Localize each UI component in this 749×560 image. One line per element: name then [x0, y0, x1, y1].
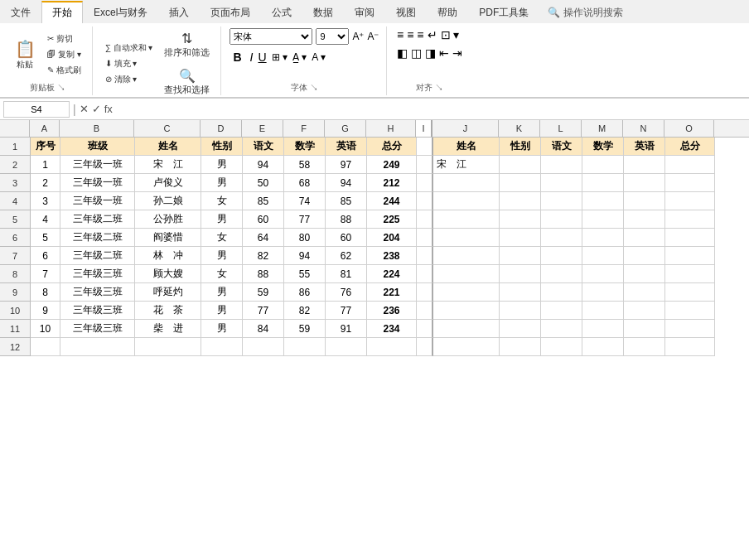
underline-button[interactable]: U	[258, 51, 266, 64]
cell-m2[interactable]	[582, 156, 624, 174]
cell-b6[interactable]: 三年级二班	[60, 229, 135, 247]
cell-c5[interactable]: 公孙胜	[135, 210, 201, 229]
cell-n8[interactable]	[624, 265, 665, 283]
cell-k5[interactable]	[500, 210, 541, 229]
cell-o10[interactable]	[665, 302, 715, 320]
cell-h5[interactable]: 225	[367, 210, 417, 229]
cell-f4[interactable]: 74	[284, 192, 326, 210]
align-left-icon[interactable]: ◧	[397, 46, 408, 60]
cell-n10[interactable]	[624, 302, 665, 320]
tab-page-layout[interactable]: 页面布局	[200, 2, 261, 23]
fill-button[interactable]: ⬇ 填充 ▾	[101, 56, 157, 71]
cell-d12[interactable]	[201, 338, 243, 356]
cell-c2[interactable]: 宋 江	[135, 156, 201, 174]
name-box[interactable]	[3, 101, 70, 118]
cell-a10[interactable]: 9	[31, 302, 60, 320]
cell-m10[interactable]	[582, 302, 624, 320]
cell-l4[interactable]	[541, 192, 582, 210]
font-select[interactable]: 宋体	[230, 28, 312, 45]
cell-j8[interactable]	[433, 265, 500, 283]
cell-l8[interactable]	[541, 265, 582, 283]
cell-l3[interactable]	[541, 174, 582, 192]
cell-e11[interactable]: 84	[243, 320, 284, 338]
cell-b1[interactable]: 班级	[60, 138, 135, 156]
tab-pdf[interactable]: PDF工具集	[468, 2, 539, 23]
cell-o6[interactable]	[665, 229, 715, 247]
cell-f6[interactable]: 80	[284, 229, 326, 247]
cell-a3[interactable]: 2	[31, 174, 60, 192]
cell-g10[interactable]: 77	[326, 302, 367, 320]
cell-e2[interactable]: 94	[243, 156, 284, 174]
cell-g12[interactable]	[326, 338, 367, 356]
cell-i7[interactable]	[417, 247, 433, 265]
cell-i3[interactable]	[417, 174, 433, 192]
cell-m9[interactable]	[582, 283, 624, 302]
cell-j9[interactable]	[433, 283, 500, 302]
cell-m8[interactable]	[582, 265, 624, 283]
tab-excel-finance[interactable]: Excel与财务	[83, 2, 158, 23]
cell-n1[interactable]: 英语	[624, 138, 665, 156]
cell-e10[interactable]: 77	[243, 302, 284, 320]
cell-o2[interactable]	[665, 156, 715, 174]
cell-h12[interactable]	[367, 338, 417, 356]
row-header-1[interactable]: 1	[0, 138, 30, 156]
col-header-e[interactable]: E	[242, 120, 283, 137]
cell-a9[interactable]: 8	[31, 283, 60, 302]
cell-i6[interactable]	[417, 229, 433, 247]
cell-h11[interactable]: 234	[367, 320, 417, 338]
cell-g4[interactable]: 85	[326, 192, 367, 210]
col-header-f[interactable]: F	[283, 120, 325, 137]
cell-f10[interactable]: 82	[284, 302, 326, 320]
cell-d8[interactable]: 女	[201, 265, 243, 283]
cell-c12[interactable]	[135, 338, 201, 356]
italic-button[interactable]: I	[250, 51, 254, 64]
cell-o8[interactable]	[665, 265, 715, 283]
cell-b10[interactable]: 三年级三班	[60, 302, 135, 320]
col-header-a[interactable]: A	[30, 120, 60, 137]
cell-h6[interactable]: 204	[367, 229, 417, 247]
cell-e12[interactable]	[243, 338, 284, 356]
cell-e6[interactable]: 64	[243, 229, 284, 247]
indent-increase-icon[interactable]: ⇥	[452, 46, 462, 60]
col-header-i[interactable]: I	[416, 120, 432, 137]
font-grow-icon[interactable]: A⁺	[352, 31, 364, 42]
cell-h4[interactable]: 244	[367, 192, 417, 210]
formula-insert-icon[interactable]: fx	[104, 103, 113, 115]
cell-m1[interactable]: 数学	[582, 138, 624, 156]
cell-n6[interactable]	[624, 229, 665, 247]
cell-j12[interactable]	[433, 338, 500, 356]
cell-e7[interactable]: 82	[243, 247, 284, 265]
cell-f7[interactable]: 94	[284, 247, 326, 265]
cell-j11[interactable]	[433, 320, 500, 338]
cell-e8[interactable]: 88	[243, 265, 284, 283]
cell-k1[interactable]: 性别	[500, 138, 541, 156]
cell-e5[interactable]: 60	[243, 210, 284, 229]
cell-l7[interactable]	[541, 247, 582, 265]
cell-i2[interactable]	[417, 156, 433, 174]
cell-n11[interactable]	[624, 320, 665, 338]
cell-b8[interactable]: 三年级三班	[60, 265, 135, 283]
cell-k7[interactable]	[500, 247, 541, 265]
cell-h9[interactable]: 221	[367, 283, 417, 302]
row-header-10[interactable]: 10	[0, 302, 30, 320]
cell-l5[interactable]	[541, 210, 582, 229]
row-header-11[interactable]: 11	[0, 320, 30, 338]
row-header-12[interactable]: 12	[0, 338, 30, 356]
cell-l9[interactable]	[541, 283, 582, 302]
tab-help[interactable]: 帮助	[427, 2, 468, 23]
cell-k10[interactable]	[500, 302, 541, 320]
tab-home[interactable]: 开始	[41, 1, 83, 23]
cell-e9[interactable]: 59	[243, 283, 284, 302]
cell-o5[interactable]	[665, 210, 715, 229]
cell-i11[interactable]	[417, 320, 433, 338]
cell-l1[interactable]: 语文	[541, 138, 582, 156]
col-header-n[interactable]: N	[623, 120, 664, 137]
cell-i5[interactable]	[417, 210, 433, 229]
cell-g11[interactable]: 91	[326, 320, 367, 338]
tab-file[interactable]: 文件	[0, 2, 41, 23]
row-header-6[interactable]: 6	[0, 229, 30, 247]
sort-button[interactable]: ⇅ 排序和筛选	[160, 28, 214, 61]
cell-j4[interactable]	[433, 192, 500, 210]
col-header-b[interactable]: B	[60, 120, 134, 137]
col-header-m[interactable]: M	[582, 120, 623, 137]
